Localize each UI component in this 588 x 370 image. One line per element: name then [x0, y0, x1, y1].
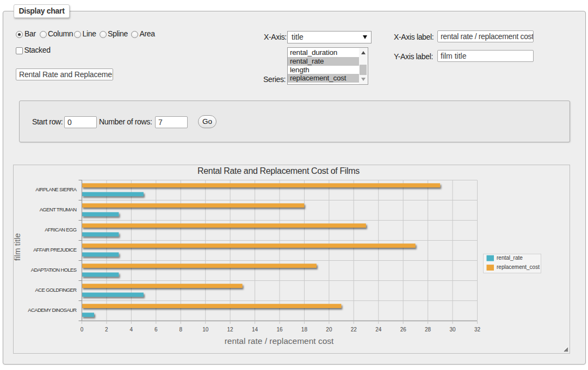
- svg-text:AFRICAN EGG: AFRICAN EGG: [45, 227, 77, 233]
- svg-text:ACADEMY DINOSAUR: ACADEMY DINOSAUR: [28, 307, 77, 313]
- svg-text:ADAPTATION HOLES: ADAPTATION HOLES: [31, 267, 77, 273]
- svg-text:4: 4: [130, 327, 133, 333]
- svg-text:6: 6: [154, 327, 158, 333]
- svg-text:replacement_cost: replacement_cost: [497, 264, 540, 270]
- svg-text:rental rate / replacement cost: rental rate / replacement cost: [225, 336, 334, 346]
- svg-text:AGENT TRUMAN: AGENT TRUMAN: [40, 206, 77, 212]
- svg-text:18: 18: [301, 327, 308, 333]
- svg-text:film title: film title: [14, 233, 22, 261]
- svg-text:ACE GOLDFINGER: ACE GOLDFINGER: [35, 287, 77, 293]
- svg-text:2: 2: [105, 327, 108, 333]
- svg-text:AIRPLANE SIERRA: AIRPLANE SIERRA: [35, 186, 77, 192]
- svg-text:rental_rate: rental_rate: [497, 255, 523, 261]
- svg-text:AFFAIR PREJUDICE: AFFAIR PREJUDICE: [33, 247, 77, 253]
- svg-text:12: 12: [227, 327, 234, 333]
- svg-text:32: 32: [474, 327, 481, 333]
- svg-text:28: 28: [425, 327, 431, 333]
- svg-text:0: 0: [81, 327, 84, 333]
- svg-text:10: 10: [202, 327, 209, 333]
- svg-text:14: 14: [252, 327, 258, 333]
- svg-text:Rental Rate and Replacement Co: Rental Rate and Replacement Cost of Film…: [197, 166, 360, 175]
- svg-text:22: 22: [351, 327, 357, 333]
- svg-text:16: 16: [276, 327, 283, 333]
- svg-text:8: 8: [179, 327, 182, 333]
- svg-text:26: 26: [400, 327, 407, 333]
- svg-text:20: 20: [326, 327, 332, 333]
- svg-text:30: 30: [450, 327, 456, 333]
- svg-text:24: 24: [375, 327, 382, 333]
